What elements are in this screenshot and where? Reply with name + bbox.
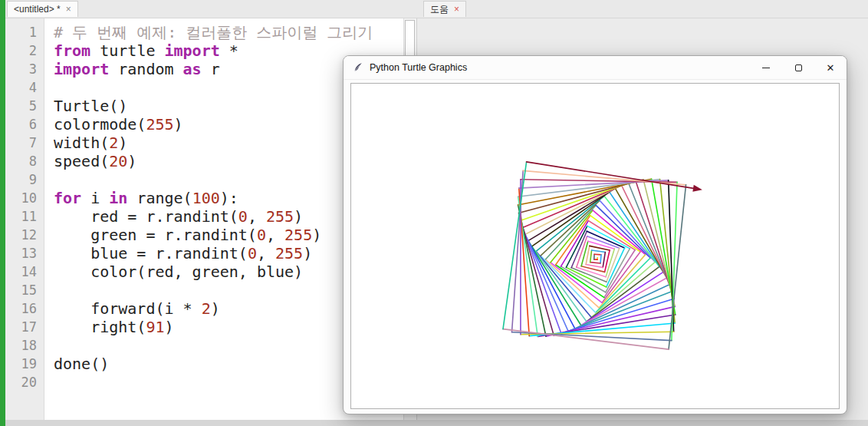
line-number: 2 (5, 41, 37, 60)
window-controls: ✕ (750, 56, 847, 79)
tab-untitled-close-icon[interactable]: × (66, 5, 71, 14)
line-number: 11 (5, 207, 37, 226)
bottom-status-strip (5, 420, 868, 426)
close-icon: ✕ (827, 62, 835, 74)
code-line: # 두 번째 예제: 컬러풀한 스파이럴 그리기 (54, 23, 403, 41)
line-number: 15 (5, 281, 37, 299)
editor-tab-bar: <untitled> * × 도움 × (5, 0, 868, 18)
line-number: 8 (5, 152, 37, 170)
line-number: 16 (5, 299, 37, 318)
maximize-button[interactable] (782, 56, 814, 79)
line-number: 5 (5, 97, 37, 115)
line-number: 19 (5, 355, 37, 373)
line-number: 18 (5, 336, 37, 355)
minimize-icon (762, 68, 770, 68)
turtle-spiral-drawing (351, 84, 840, 408)
line-number: 17 (5, 318, 37, 336)
turtle-canvas (350, 83, 840, 409)
line-number: 7 (5, 134, 37, 152)
line-number: 6 (5, 115, 37, 134)
line-number: 9 (5, 170, 37, 189)
tab-untitled-label: <untitled> * (14, 4, 61, 15)
line-number: 1 (5, 23, 37, 41)
line-number: 4 (5, 78, 37, 97)
tab-untitled[interactable]: <untitled> * × (7, 1, 78, 17)
turtle-cursor-arrow (692, 185, 702, 192)
tab-help-label: 도움 (430, 3, 449, 16)
line-number: 12 (5, 226, 37, 244)
turtle-graphics-window[interactable]: Python Turtle Graphics ✕ (343, 55, 847, 414)
minimize-button[interactable] (750, 56, 782, 79)
left-accent-strip (0, 0, 5, 426)
tab-help-close-icon[interactable]: × (454, 5, 459, 14)
turtle-window-titlebar[interactable]: Python Turtle Graphics ✕ (344, 56, 847, 80)
line-number: 14 (5, 263, 37, 281)
line-number: 10 (5, 189, 37, 207)
turtle-window-title: Python Turtle Graphics (370, 62, 750, 73)
line-number: 13 (5, 244, 37, 263)
tab-help[interactable]: 도움 × (423, 1, 466, 17)
line-number: 3 (5, 60, 37, 78)
line-number-gutter: 1234567891011121314151617181920 (5, 18, 44, 420)
maximize-icon (795, 64, 802, 71)
line-number: 20 (5, 373, 37, 391)
code-editor-app: <untitled> * × 도움 × 12345678910111213141… (0, 0, 868, 426)
tk-feather-icon (352, 61, 364, 74)
close-button[interactable]: ✕ (814, 56, 847, 79)
